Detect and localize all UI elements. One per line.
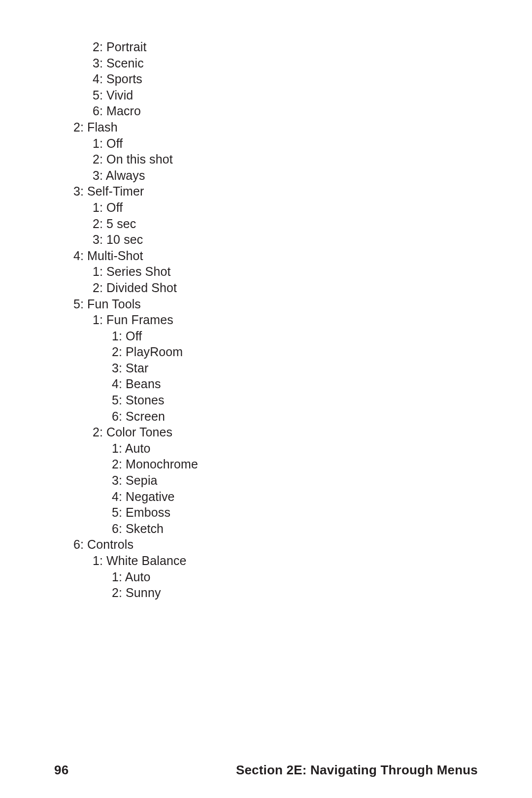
menu-line: 5: Emboss [112,504,467,521]
menu-line: 2: 5 sec [93,216,467,232]
menu-line: 3: Always [93,167,467,184]
menu-line: 1: Fun Frames [93,312,467,328]
menu-line: 2: Portrait [93,39,467,55]
menu-line: 1: Off [93,135,467,152]
page-number: 96 [54,763,68,778]
menu-line: 1: White Balance [93,553,467,569]
menu-line: 5: Stones [112,392,467,408]
menu-line: 5: Vivid [93,87,467,103]
menu-line: 1: Off [93,200,467,216]
menu-line: 4: Negative [112,489,467,505]
menu-line: 2: Monochrome [112,456,467,472]
menu-line: 1: Series Shot [93,264,467,280]
menu-line: 3: Star [112,360,467,376]
menu-line: 5: Fun Tools [73,296,467,312]
menu-line: 1: Off [112,328,467,344]
menu-line: 6: Controls [73,536,467,553]
menu-line: 3: Scenic [93,55,467,71]
menu-line: 6: Sketch [112,521,467,537]
menu-line: 2: Sunny [112,585,467,601]
menu-line: 4: Multi-Shot [73,248,467,264]
menu-line: 1: Auto [112,569,467,585]
menu-line: 3: 10 sec [93,232,467,248]
menu-tree: 2: Portrait3: Scenic4: Sports5: Vivid6: … [73,39,467,601]
manual-page: 2: Portrait3: Scenic4: Sports5: Vivid6: … [0,0,532,798]
menu-line: 3: Sepia [112,472,467,489]
menu-line: 3: Self-Timer [73,183,467,200]
menu-line: 6: Macro [93,103,467,119]
menu-line: 2: Flash [73,119,467,135]
menu-line: 1: Auto [112,440,467,457]
section-title: Section 2E: Navigating Through Menus [236,763,478,778]
menu-line: 2: On this shot [93,151,467,167]
menu-line: 2: Divided Shot [93,280,467,296]
menu-line: 6: Screen [112,408,467,425]
menu-line: 4: Beans [112,376,467,392]
menu-line: 2: PlayRoom [112,344,467,360]
menu-line: 4: Sports [93,71,467,87]
menu-line: 2: Color Tones [93,424,467,440]
